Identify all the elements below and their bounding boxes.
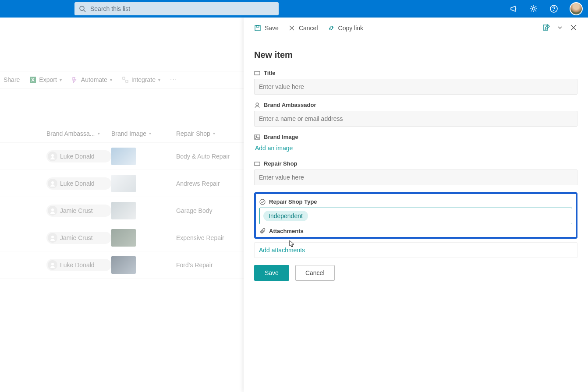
chevron-down-icon: ▾ [149, 131, 151, 136]
attachments-box[interactable]: Add attachments [254, 242, 577, 258]
field-repair-shop: Repair Shop [254, 160, 577, 185]
chevron-down-icon[interactable] [557, 25, 563, 32]
svg-point-8 [51, 154, 54, 157]
panel-cancel-button[interactable]: Cancel [288, 25, 318, 32]
svg-point-4 [554, 11, 554, 11]
avatar[interactable] [570, 2, 583, 15]
shop-type-chip[interactable]: Independent [263, 211, 308, 221]
ambassador-label: Brand Ambassador [264, 102, 316, 108]
cancel-button[interactable]: Cancel [295, 265, 335, 281]
export-label: Export [39, 76, 57, 83]
svg-point-10 [51, 208, 54, 211]
image-icon [254, 134, 260, 140]
panel-save-button[interactable]: Save [254, 25, 279, 32]
brand-image-thumb[interactable] [111, 175, 136, 192]
ambassador-input[interactable] [254, 111, 577, 127]
choice-icon [259, 199, 266, 205]
search-placeholder: Search this list [90, 5, 130, 12]
person-pill[interactable]: Luke Donald [46, 259, 111, 271]
automate-button[interactable]: Automate▾ [71, 76, 112, 83]
svg-point-25 [260, 199, 265, 205]
integrate-button[interactable]: Integrate▾ [122, 76, 160, 83]
person-icon [48, 152, 57, 161]
gear-icon[interactable] [529, 4, 538, 13]
person-icon [48, 233, 57, 243]
chevron-down-icon: ▾ [110, 78, 112, 82]
svg-rect-24 [255, 162, 260, 166]
add-attachments-link[interactable]: Add attachments [259, 247, 305, 254]
form-edit-icon[interactable] [542, 24, 550, 33]
highlighted-region: Repair Shop Type Independent Attachments [254, 192, 577, 239]
title-input[interactable] [254, 79, 577, 95]
chevron-down-icon: ▾ [60, 78, 62, 82]
shop-type-input[interactable]: Independent [259, 208, 572, 224]
panel-close-button[interactable] [570, 24, 577, 33]
svg-rect-20 [255, 71, 260, 75]
ambassador-name: Jamie Crust [60, 234, 93, 241]
megaphone-icon[interactable] [509, 4, 518, 13]
svg-rect-13 [255, 25, 260, 31]
search-icon [79, 5, 86, 12]
person-pill[interactable]: Jamie Crust [46, 205, 111, 217]
text-icon [254, 161, 260, 167]
col-amb-label: Brand Ambassa... [46, 130, 95, 137]
share-label: Share [4, 76, 20, 83]
brand-image-thumb[interactable] [111, 256, 136, 274]
link-icon [328, 25, 335, 32]
ambassador-name: Luke Donald [60, 261, 95, 268]
export-button[interactable]: Export▾ [29, 76, 61, 83]
svg-rect-6 [123, 77, 125, 79]
attachment-icon [259, 228, 266, 234]
save-button[interactable]: Save [254, 265, 289, 281]
attachments-label: Attachments [269, 228, 304, 234]
more-button[interactable]: ··· [170, 76, 177, 84]
app-top-bar: Search this list [0, 0, 588, 18]
search-input[interactable]: Search this list [74, 2, 279, 15]
chevron-down-icon: ▾ [213, 131, 215, 136]
col-shop-label: Repair Shop [176, 130, 210, 137]
shoptype-label: Repair Shop Type [269, 198, 317, 205]
brand-image-thumb[interactable] [111, 202, 136, 219]
column-header-image[interactable]: Brand Image▾ [111, 130, 176, 137]
panel-copy-label: Copy link [338, 25, 364, 32]
svg-line-1 [84, 10, 85, 12]
column-header-shop[interactable]: Repair Shop▾ [176, 130, 246, 137]
panel-save-label: Save [265, 25, 279, 32]
help-icon[interactable] [549, 4, 558, 13]
title-label: Title [264, 70, 276, 76]
svg-point-2 [532, 7, 535, 10]
new-item-panel: Save Cancel Copy link New item Title Bra… [244, 18, 588, 392]
svg-point-0 [80, 6, 84, 11]
field-image: Brand Image Add an image [254, 134, 577, 153]
person-icon [254, 102, 260, 108]
column-header-ambassador[interactable]: Brand Ambassa...▾ [46, 130, 111, 137]
field-attachments: Add attachments [254, 242, 577, 258]
flow-icon [71, 76, 78, 83]
svg-rect-7 [126, 80, 128, 82]
person-pill[interactable]: Luke Donald [46, 177, 111, 190]
brand-image-thumb[interactable] [111, 148, 136, 165]
ambassador-name: Jamie Crust [60, 207, 93, 214]
person-pill[interactable]: Luke Donald [46, 150, 111, 162]
shop-input[interactable] [254, 170, 577, 185]
person-pill[interactable]: Jamie Crust [46, 232, 111, 244]
excel-icon [29, 76, 36, 83]
panel-command-bar: Save Cancel Copy link [244, 18, 588, 39]
integrate-label: Integrate [131, 76, 156, 83]
field-title: Title [254, 70, 577, 95]
chevron-down-icon: ▾ [158, 78, 160, 82]
person-icon [48, 179, 57, 188]
panel-copylink-button[interactable]: Copy link [328, 25, 364, 32]
ambassador-name: Luke Donald [60, 180, 95, 187]
share-button[interactable]: Share [4, 76, 20, 83]
svg-point-23 [256, 136, 257, 137]
svg-point-21 [256, 103, 259, 106]
add-image-link[interactable]: Add an image [254, 143, 294, 153]
ambassador-name: Luke Donald [60, 153, 95, 160]
brand-image-thumb[interactable] [111, 229, 136, 247]
automate-label: Automate [81, 76, 107, 83]
text-icon [254, 70, 260, 76]
panel-body: New item Title Brand Ambassador Brand Im… [244, 39, 588, 290]
panel-cancel-label: Cancel [299, 25, 318, 32]
chevron-down-icon: ▾ [98, 131, 100, 136]
